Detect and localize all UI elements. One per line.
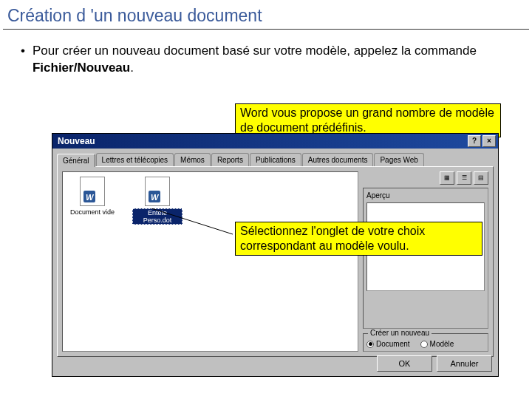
right-pane: ▦ ☰ ▤ Aperçu Créer un nouveau Document — [363, 171, 488, 352]
preview-label: Aperçu — [366, 191, 390, 200]
template-list-pane: Document vide Entete Perso.dot — [62, 171, 358, 352]
view-mode-buttons: ▦ ☰ ▤ — [440, 171, 488, 185]
dialog-titlebar: Nouveau ? × — [52, 134, 498, 149]
close-button[interactable]: × — [482, 135, 496, 147]
template-item-blank[interactable]: Document vide — [67, 177, 117, 225]
bullet-dot: • — [21, 43, 25, 77]
dialog-body: Général Lettres et télécopies Mémos Repo… — [52, 149, 498, 376]
tab-general[interactable]: Général — [57, 154, 95, 167]
bullet-prefix: Pour créer un nouveau document basé sur … — [33, 44, 477, 58]
create-new-group: Créer un nouveau Document Modèle — [363, 333, 488, 352]
dialog-button-row: OK Annuler — [377, 355, 492, 372]
tab-memos[interactable]: Mémos — [174, 153, 211, 166]
view-large-icons-button[interactable]: ▦ — [440, 171, 454, 185]
title-underline — [3, 29, 529, 30]
callout-bottom: Sélectionnez l'onglet de votre choix cor… — [235, 222, 482, 256]
tab-strip: Général Lettres et télécopies Mémos Repo… — [57, 153, 494, 166]
tab-other-docs[interactable]: Autres documents — [302, 153, 374, 166]
slide-title: Création d 'un nouveau document — [0, 0, 532, 29]
cancel-button[interactable]: Annuler — [437, 355, 492, 372]
radio-icon — [420, 341, 428, 348]
radio-icon — [366, 341, 374, 348]
bullet-suffix: . — [130, 61, 134, 75]
bullet-bold: Fichier/Nouveau — [33, 61, 130, 75]
radio-label: Modèle — [430, 340, 454, 348]
template-label: Entete Perso.dot — [132, 208, 183, 225]
radio-document[interactable]: Document — [366, 340, 410, 348]
tab-letters[interactable]: Lettres et télécopies — [96, 153, 174, 166]
view-details-button[interactable]: ▤ — [474, 171, 488, 185]
tab-reports[interactable]: Reports — [211, 153, 249, 166]
tab-web-pages[interactable]: Pages Web — [374, 153, 424, 166]
word-doc-icon — [145, 177, 170, 206]
create-new-label: Créer un nouveau — [368, 329, 432, 337]
ok-button[interactable]: OK — [377, 355, 432, 372]
word-doc-icon — [80, 177, 105, 206]
view-list-button[interactable]: ☰ — [457, 171, 471, 185]
radio-template[interactable]: Modèle — [420, 340, 454, 348]
dialog-title: Nouveau — [55, 136, 466, 146]
help-button[interactable]: ? — [468, 135, 481, 147]
tab-publications[interactable]: Publications — [250, 153, 301, 166]
template-label: Document vide — [70, 208, 115, 216]
tab-content: Document vide Entete Perso.dot ▦ ☰ ▤ Ape… — [57, 166, 494, 357]
preview-panel: Aperçu — [363, 188, 488, 329]
radio-label: Document — [376, 340, 410, 348]
bullet-text: • Pour créer un nouveau document basé su… — [0, 43, 532, 77]
template-item-entete[interactable]: Entete Perso.dot — [132, 177, 183, 225]
